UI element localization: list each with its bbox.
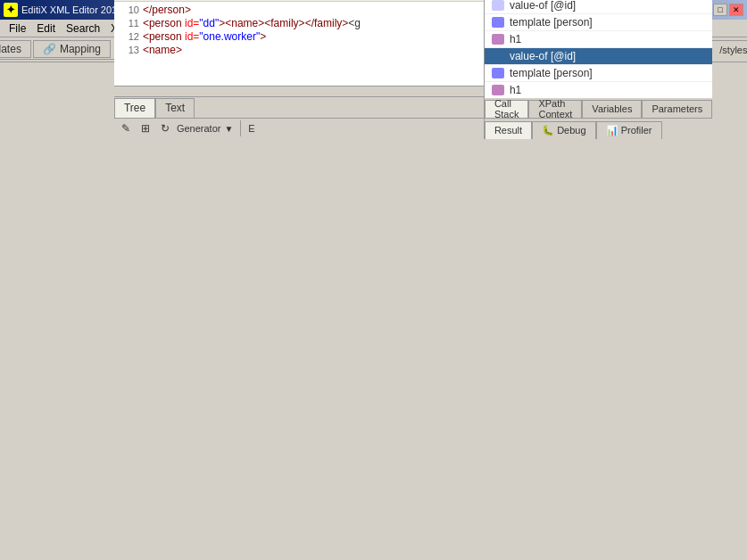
xml-line-number: 10 (118, 4, 139, 15)
node-color-indicator (492, 0, 504, 11)
node-label: value-of [@id] (510, 0, 576, 12)
tab-mapping[interactable]: 🔗 Mapping (33, 40, 111, 58)
xml-foot-grid-icon[interactable]: ⊞ (137, 120, 154, 136)
xml-foot-pencil-icon[interactable]: ✎ (118, 120, 134, 136)
xml-foot-sep (240, 120, 241, 136)
app-icon: ✦ (4, 3, 18, 17)
menu-item-search[interactable]: Search (61, 21, 105, 37)
xslt-nodes-area[interactable]: Nodes value-of [@id] template [person] h… (485, 0, 712, 98)
status-path: /stylesheet/template[1] (719, 45, 747, 55)
xml-code-area[interactable]: 10 </person> 11 <person id="dd"><name><f… (114, 2, 484, 86)
xml-code-line: 11 <person id="dd"><name><family></famil… (116, 17, 482, 30)
xml-data-footer: ✎ ⊞ ↻ Generator ▼ E (114, 118, 484, 139)
xml-foot-generator-label[interactable]: Generator (177, 123, 221, 134)
result-tab-bar: Result🐛 Debug📊 Profiler (485, 118, 712, 139)
xml-foot-reload-icon[interactable]: ↻ (157, 120, 173, 136)
xml-code-line: 10 </person> (116, 4, 482, 17)
node-color-indicator (492, 51, 504, 62)
comment-icon[interactable]: personal.xsl × ◀ ▶ ▼ Document Type : [XS… (277, 40, 296, 60)
xml-line-content[interactable]: <person id="dd"><name><family></family><… (143, 17, 480, 29)
xslt-tab-parameters[interactable]: Parameters (642, 100, 712, 118)
xml-line-number: 12 (118, 31, 139, 42)
templates-tab-label: Templates (0, 43, 21, 55)
close-button[interactable]: ✕ (729, 4, 743, 16)
maximize-button[interactable]: □ (713, 4, 727, 16)
node-label: template [person] (510, 16, 593, 29)
xslt-result-panel: XSLT Result Preview ✎ ✕ Nodes value-of [… (485, 0, 712, 139)
node-list-item[interactable]: value-of [@id] (485, 48, 712, 65)
xml-foot-extra: E (248, 123, 254, 134)
status-bar: /stylesheet/template[1] 11:9 Num (712, 40, 747, 60)
xml-code-line: 13 <name> (116, 44, 482, 57)
node-list-item[interactable]: template [person] (485, 14, 712, 31)
tree-view-tab[interactable]: Tree (114, 98, 155, 118)
xml-scrollbar[interactable] (114, 86, 484, 96)
xml-line-content[interactable]: </person> (143, 4, 480, 16)
toolbar: 📄 📂 💾 💾 ↩ ↪ ✂ 📋 📌 🖨 ⇥ ⇤ personal.xsl × ◀… (0, 37, 747, 62)
node-label: h1 (510, 33, 521, 45)
node-color-indicator (492, 85, 504, 95)
bottom-section: XML Data source ✎ ✏ ↻ ✕ Path : ▼ … 10 </… (114, 0, 712, 139)
node-list-item[interactable]: value-of [@id] (485, 0, 712, 14)
node-color-indicator (492, 17, 504, 28)
result-tab-result[interactable]: Result (485, 121, 532, 139)
node-label: value-of [@id] (510, 50, 576, 62)
xml-line-content[interactable]: <name> (143, 44, 480, 56)
node-list-item[interactable]: h1 (485, 82, 712, 98)
xml-data-panel: XML Data source ✎ ✏ ↻ ✕ Path : ▼ … 10 </… (114, 0, 485, 139)
node-label: h1 (510, 84, 521, 96)
xslt-tab-xpath-context[interactable]: XPath Context (528, 100, 582, 118)
xml-line-number: 11 (118, 18, 139, 29)
result-tab-profiler[interactable]: 📊 Profiler (596, 121, 662, 139)
node-color-indicator (492, 68, 504, 78)
xslt-tab-call-stack[interactable]: Call Stack (485, 100, 529, 118)
tab-templates[interactable]: 📄 Templates (0, 40, 31, 58)
node-list-item[interactable]: template [person] (485, 65, 712, 82)
xml-line-number: 13 (118, 45, 139, 55)
panel-tab-bar: 👤 Main* 📄 Templates 🔗 Mapping (0, 40, 114, 60)
tree-tab-label: Tree (124, 102, 145, 114)
text-tab-label: Text (165, 102, 185, 114)
xml-foot-generator-arrow-icon[interactable]: ▼ (224, 124, 233, 134)
xslt-tab-variables[interactable]: Variables (582, 100, 642, 118)
view-tabs: Tree Text (114, 96, 484, 118)
node-label: template [person] (510, 67, 593, 79)
menu-item-file[interactable]: File (4, 21, 31, 37)
mapping-tab-label: Mapping (60, 43, 101, 55)
xslt-tab-bar: Call StackXPath ContextVariablesParamete… (485, 98, 712, 118)
menu-item-edit[interactable]: Edit (31, 21, 61, 37)
mapping-tab-icon: 🔗 (43, 43, 56, 55)
result-tab-debug[interactable]: 🐛 Debug (532, 121, 595, 139)
xml-line-content[interactable]: <person id="one.worker"> (143, 30, 480, 43)
node-color-indicator (492, 34, 504, 45)
text-view-tab[interactable]: Text (155, 98, 195, 118)
node-list-item[interactable]: h1 (485, 31, 712, 48)
xml-code-line: 12 <person id="one.worker"> (116, 30, 482, 44)
